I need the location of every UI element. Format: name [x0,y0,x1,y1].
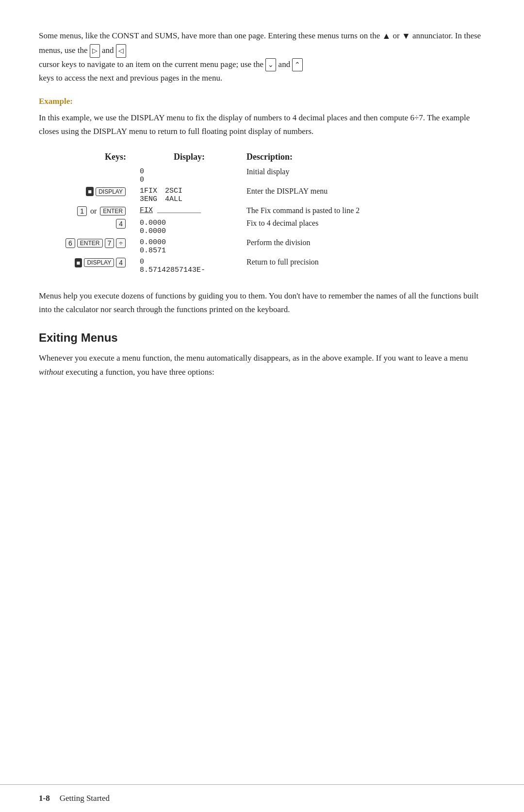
right-arrow-key: ▷ [90,44,100,57]
table-row: 6 ENTER 7 ÷ 0.0000 0.8571 Perform the di… [39,237,485,256]
menus-help-paragraph: Menus help you execute dozens of functio… [39,289,485,316]
display-key: DISPLAY [96,187,126,196]
up-arrow-annunciator: ▲ [382,29,391,44]
desc-cell: Enter the DISPLAY menu [243,185,485,205]
desc-cell: Perform the division [243,237,485,256]
six-key: 6 [66,238,75,248]
col-header-description: Description: [243,150,485,166]
intro-text-1: Some menus, like the CONST and SUMS, hav… [39,31,380,40]
left-arrow-key: ◁ [116,44,126,57]
display-cell: FIX __________ [136,205,243,217]
example-table: Keys: Display: Description: 0 0 Initial … [39,150,485,276]
exiting-menus-paragraph: Whenever you execute a menu function, th… [39,351,485,379]
or-label: or [90,207,97,215]
desc-cell: The Fix command is pasted to line 2 [243,205,485,217]
page-number: 1-8 [39,794,50,803]
display-cell: 0.0000 0.8571 [136,237,243,256]
keys-cell: 1 or ENTER [39,205,136,217]
display-key-2: DISPLAY [84,258,114,267]
keys-cell [39,166,136,185]
example-description: In this example, we use the DISPLAY menu… [39,111,485,138]
desc-cell: Return to full precision [243,256,485,276]
display-cell: 0.0000 0.0000 [136,217,243,237]
table-row: ■ DISPLAY 4 0 8.57142857143E- Return to … [39,256,485,276]
footer-bar: 1-8 Getting Started [0,784,524,812]
four-key-2: 4 [116,258,126,267]
four-key: 4 [116,219,126,229]
display-cell: 0 0 [136,166,243,185]
divide-key: ÷ [116,238,126,248]
enter-key-2: ENTER [77,239,103,248]
desc-cell: Initial display [243,166,485,185]
example-label: Example: [39,97,485,106]
down-arrow-annunciator: ▼ [402,29,410,44]
without-italic: without [39,367,64,377]
shift-key-icon-2: ■ [75,258,82,267]
seven-key: 7 [105,238,115,248]
up-chevron-key: ⌃ [292,58,303,71]
table-row: 0 0 Initial display [39,166,485,185]
keys-cell: ■ DISPLAY [39,185,136,205]
intro-text-3: cursor keys to navigate to an item on th… [39,60,265,69]
desc-cell: Fix to 4 decimal places [243,217,485,237]
keys-cell: ■ DISPLAY 4 [39,256,136,276]
one-key: 1 [77,206,87,216]
and-text-1: and [102,46,114,55]
col-header-display: Display: [136,150,243,166]
col-header-keys: Keys: [39,150,136,166]
table-row: 4 0.0000 0.0000 Fix to 4 decimal places [39,217,485,237]
or-text: or [393,31,400,40]
enter-key: ENTER [100,207,126,215]
shift-key-icon: ■ [86,187,94,196]
intro-text-4: keys to access the next and previous pag… [39,73,222,83]
footer-title: Getting Started [60,794,110,803]
display-cell: 1FIX2SCI 3ENG4ALL [136,185,243,205]
intro-paragraph: Some menus, like the CONST and SUMS, hav… [39,29,485,85]
and-text-2: and [278,60,293,69]
table-row: ■ DISPLAY 1FIX2SCI 3ENG4ALL Enter the DI… [39,185,485,205]
exiting-menus-heading: Exiting Menus [39,331,485,345]
display-cell: 0 8.57142857143E- [136,256,243,276]
table-row: 1 or ENTER FIX __________ The Fix comman… [39,205,485,217]
keys-cell: 6 ENTER 7 ÷ [39,237,136,256]
down-chevron-key: ⌄ [265,58,276,71]
keys-cell: 4 [39,217,136,237]
